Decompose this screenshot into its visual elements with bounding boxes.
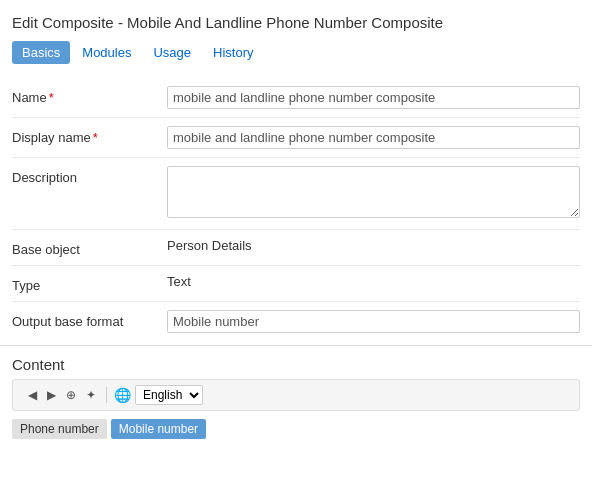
type-value: Text (167, 274, 580, 289)
base-object-value: Person Details (167, 238, 580, 253)
name-row: Name* (12, 78, 580, 118)
display-name-input[interactable] (167, 126, 580, 149)
display-name-required: * (93, 130, 98, 145)
add-icon: ⊕ (66, 388, 76, 402)
output-base-format-row: Output base format (12, 302, 580, 341)
tab-bar: Basics Modules Usage History (0, 41, 592, 64)
type-label: Type (12, 274, 167, 293)
back-button[interactable]: ◀ (25, 386, 40, 404)
page-title: Edit Composite - Mobile And Landline Pho… (0, 0, 592, 41)
pin-icon: ✦ (86, 388, 96, 402)
globe-icon: 🌐 (114, 387, 131, 403)
base-object-label: Base object (12, 238, 167, 257)
content-toolbar: ◀ ▶ ⊕ ✦ 🌐 English (12, 379, 580, 411)
display-name-value (167, 126, 580, 149)
output-base-format-input[interactable] (167, 310, 580, 333)
type-row: Type Text (12, 266, 580, 302)
tab-basics[interactable]: Basics (12, 41, 70, 64)
tab-usage[interactable]: Usage (143, 41, 201, 64)
output-base-format-value (167, 310, 580, 333)
toolbar-separator (106, 387, 107, 403)
forward-icon: ▶ (47, 388, 56, 402)
forward-button[interactable]: ▶ (44, 386, 59, 404)
tag-phone-number[interactable]: Phone number (12, 419, 107, 439)
description-label: Description (12, 166, 167, 185)
content-section: Content ◀ ▶ ⊕ ✦ 🌐 English Phone number M… (0, 345, 592, 447)
tag-mobile-number[interactable]: Mobile number (111, 419, 206, 439)
content-header: Content (0, 345, 592, 379)
language-dropdown[interactable]: English (135, 385, 203, 405)
description-row: Description (12, 158, 580, 230)
tab-modules[interactable]: Modules (72, 41, 141, 64)
content-tags: Phone number Mobile number (0, 411, 592, 447)
display-name-label: Display name* (12, 126, 167, 145)
output-base-format-label: Output base format (12, 310, 167, 329)
description-value (167, 166, 580, 221)
form: Name* Display name* Description Base obj… (0, 78, 592, 341)
pin-button[interactable]: ✦ (83, 386, 99, 404)
add-button[interactable]: ⊕ (63, 386, 79, 404)
display-name-row: Display name* (12, 118, 580, 158)
base-object-row: Base object Person Details (12, 230, 580, 266)
back-icon: ◀ (28, 388, 37, 402)
name-input[interactable] (167, 86, 580, 109)
language-selector: 🌐 English (114, 385, 203, 405)
name-label: Name* (12, 86, 167, 105)
tab-history[interactable]: History (203, 41, 263, 64)
name-value (167, 86, 580, 109)
description-input[interactable] (167, 166, 580, 218)
name-required: * (49, 90, 54, 105)
